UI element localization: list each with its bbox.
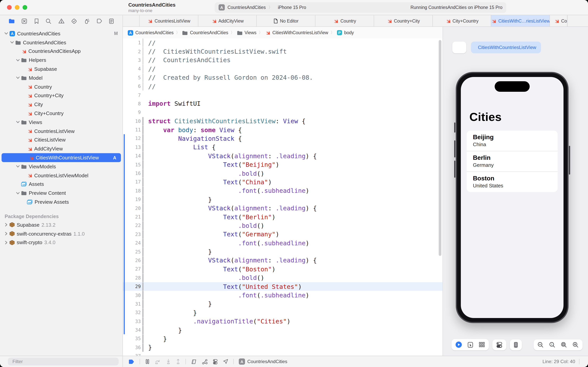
sidebar-item-citieslistview[interactable]: CitiesListView — [0, 135, 123, 144]
line-number[interactable]: 25 — [123, 249, 142, 254]
sidebar-item-city-country[interactable]: City+Country — [0, 109, 123, 118]
code-line-11[interactable]: 11 var body: some View { — [123, 125, 443, 134]
tab-no-editor[interactable]: No Editor — [257, 15, 315, 26]
package-item[interactable]: swift-concurrency-extras1.1.0 — [0, 229, 123, 238]
device-settings-icon[interactable] — [496, 342, 503, 348]
line-number[interactable]: 17 — [123, 179, 142, 185]
breakpoints-icon[interactable] — [96, 18, 102, 24]
scheme-pill[interactable]: A CountriesAndCities 〉 iPhone 15 Pro Run… — [215, 2, 506, 13]
memory-graph-icon[interactable] — [202, 359, 208, 365]
code-line-6[interactable]: 6 // — [123, 82, 443, 91]
code-line-14[interactable]: 14 VStack(alignment: .leading) { — [123, 152, 443, 160]
step-over-icon[interactable] — [155, 359, 161, 364]
line-number[interactable]: 29 — [123, 284, 142, 289]
sidebar-item-preview-assets[interactable]: Preview Assets — [0, 198, 123, 206]
filter-field[interactable]: Filter — [8, 358, 119, 366]
editor-scrollbar[interactable] — [439, 40, 441, 256]
line-number[interactable]: 37 — [123, 354, 142, 356]
line-number[interactable]: 34 — [123, 327, 142, 333]
code-line-18[interactable]: 18 .font(.subheadline) — [123, 186, 443, 195]
line-number[interactable]: 28 — [123, 275, 142, 281]
line-number[interactable]: 36 — [123, 345, 142, 350]
sidebar-item-countrieslistviewmodel[interactable]: CountriesListViewModel — [0, 171, 123, 180]
breadcrumb-countriesandcities[interactable]: CountriesAndCities — [182, 30, 228, 35]
step-out-icon[interactable] — [176, 359, 180, 364]
zoom-100-icon[interactable]: 1 — [549, 342, 555, 348]
line-number[interactable]: 14 — [123, 153, 142, 159]
line-number[interactable]: 2 — [123, 49, 142, 54]
code-line-12[interactable]: 12 NavigationStack { — [123, 134, 443, 143]
sidebar-item-assets[interactable]: Assets — [0, 180, 123, 189]
sidebar-item-city[interactable]: City — [0, 100, 123, 109]
sidebar-item-views[interactable]: Views — [0, 118, 123, 127]
code-line-23[interactable]: 23 Text("Germany") — [123, 230, 443, 239]
code-line-1[interactable]: 1 // — [123, 39, 443, 47]
pause-icon[interactable] — [145, 359, 150, 364]
sidebar-item-country[interactable]: Country — [0, 83, 123, 91]
code-area[interactable]: 1 // 2 // CitiesWithCountriesListView.sw… — [123, 39, 443, 356]
line-number[interactable]: 27 — [123, 267, 142, 272]
scheme-project[interactable]: CountriesAndCities — [227, 5, 266, 10]
line-number[interactable]: 31 — [123, 301, 142, 307]
code-line-10[interactable]: 10 struct CitiesWithCountriesListView: V… — [123, 117, 443, 125]
project-navigator-icon[interactable] — [8, 18, 15, 24]
iphone-screen[interactable]: Cities Beijing China Berlin Germany Bost… — [461, 77, 563, 318]
code-line-34[interactable]: 34 } — [123, 326, 443, 334]
line-number[interactable]: 15 — [123, 162, 142, 167]
line-number[interactable]: 32 — [123, 310, 142, 316]
sidebar-item-countriesandcitiesapp[interactable]: CountriesAndCitiesApp — [0, 47, 123, 56]
step-into-icon[interactable] — [166, 359, 171, 364]
sidebar-item-preview-content[interactable]: Preview Content — [0, 189, 123, 198]
code-line-2[interactable]: 2 // CitiesWithCountriesListView.swift — [123, 47, 443, 56]
cities-list[interactable]: Beijing China Berlin Germany Boston Unit… — [467, 131, 558, 192]
scheme-device[interactable]: iPhone 15 Pro — [278, 5, 306, 10]
package-item[interactable]: swift-crypto3.4.0 — [0, 238, 123, 247]
line-number[interactable]: 8 — [123, 101, 142, 107]
tab-cour[interactable]: Cour — [550, 15, 567, 26]
line-number[interactable]: 5 — [123, 75, 142, 81]
line-number[interactable]: 19 — [123, 197, 142, 202]
code-line-32[interactable]: 32 } — [123, 308, 443, 317]
code-line-20[interactable]: 20 VStack(alignment: .leading) { — [123, 204, 443, 213]
zoom-window-button[interactable] — [23, 5, 27, 10]
line-number[interactable]: 18 — [123, 188, 142, 194]
code-line-29[interactable]: 29 Text("United States") — [123, 282, 443, 291]
code-line-28[interactable]: 28 .bold() — [123, 274, 443, 282]
code-line-5[interactable]: 5 // Created by Russell Gordon on 2024-0… — [123, 73, 443, 82]
issues-icon[interactable] — [58, 18, 64, 24]
sidebar-item-supabase[interactable]: Supabase — [0, 65, 123, 74]
minimize-window-button[interactable] — [15, 5, 19, 10]
breadcrumb-views[interactable]: Views — [237, 30, 256, 35]
line-number[interactable]: 21 — [123, 214, 142, 220]
sidebar-item-viewmodels[interactable]: ViewModels — [0, 162, 123, 171]
city-row-beijing[interactable]: Beijing China — [467, 131, 558, 151]
code-line-16[interactable]: 16 .bold() — [123, 169, 443, 178]
debug-icon[interactable] — [84, 18, 90, 24]
code-line-7[interactable]: 7 — [123, 91, 443, 100]
line-number[interactable]: 24 — [123, 240, 142, 246]
code-line-15[interactable]: 15 Text("Beijing") — [123, 160, 443, 169]
tab-country-city[interactable]: Country+City — [374, 15, 433, 26]
tab-addcityview[interactable]: AddCityView — [198, 15, 257, 26]
line-number[interactable]: 7 — [123, 92, 142, 98]
code-line-19[interactable]: 19 } — [123, 195, 443, 204]
tab-country[interactable]: Country — [315, 15, 374, 26]
code-line-13[interactable]: 13 List { — [123, 143, 443, 152]
device-orientation-icon[interactable] — [514, 342, 518, 348]
reports-icon[interactable] — [109, 18, 114, 24]
line-number[interactable]: 10 — [123, 118, 142, 124]
find-icon[interactable] — [45, 18, 51, 24]
stop-run-button[interactable] — [110, 7, 114, 8]
environment-overrides-icon[interactable] — [213, 359, 218, 365]
zoom-in-icon[interactable] — [572, 342, 579, 348]
line-number[interactable]: 4 — [123, 66, 142, 72]
source-control-icon[interactable] — [22, 18, 27, 24]
package-item[interactable]: Supabase2.13.2 — [0, 220, 123, 229]
line-number[interactable]: 33 — [123, 319, 142, 324]
tab-city-country[interactable]: City+Country — [433, 15, 491, 26]
line-number[interactable]: 6 — [123, 83, 142, 89]
sidebar-item-addcityview[interactable]: AddCityView — [0, 144, 123, 153]
code-line-4[interactable]: 4 // — [123, 65, 443, 73]
breadcrumb-countriesandcities[interactable]: ACountriesAndCities — [127, 30, 174, 36]
line-number[interactable]: 11 — [123, 127, 142, 133]
